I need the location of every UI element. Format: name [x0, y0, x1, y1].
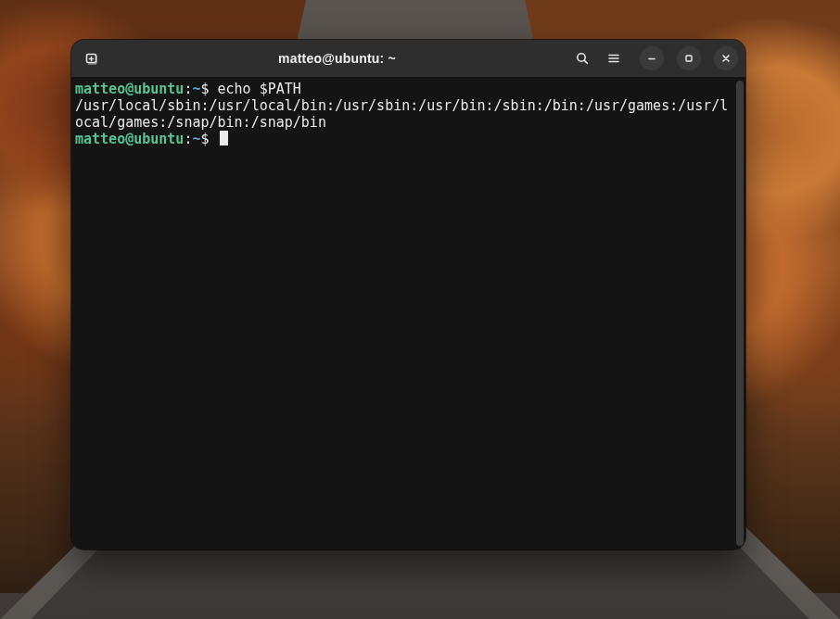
- terminal-line: matteo@ubuntu:~$ echo $PATH: [75, 81, 734, 97]
- cursor: [220, 131, 228, 145]
- scrollbar-track[interactable]: [736, 81, 744, 546]
- prompt-user-host: matteo@ubuntu: [75, 131, 184, 147]
- search-button[interactable]: [569, 45, 595, 71]
- prompt-user-host: matteo@ubuntu: [75, 81, 184, 97]
- terminal-command: echo $PATH: [218, 81, 301, 97]
- prompt-symbol: $: [200, 131, 217, 147]
- hamburger-menu-icon: [606, 51, 621, 66]
- menu-button[interactable]: [601, 45, 627, 71]
- terminal-scroll[interactable]: matteo@ubuntu:~$ echo $PATH/usr/local/sb…: [75, 81, 740, 544]
- terminal-line: /usr/local/sbin:/usr/local/bin:/usr/sbin…: [75, 97, 734, 131]
- terminal-output: /usr/local/sbin:/usr/local/bin:/usr/sbin…: [75, 97, 728, 131]
- close-button[interactable]: [714, 46, 738, 70]
- scrollbar-thumb[interactable]: [736, 81, 744, 546]
- search-icon: [575, 51, 590, 66]
- window-title: matteo@ubuntu: ~: [110, 51, 564, 66]
- maximize-icon: [683, 53, 694, 64]
- maximize-button[interactable]: [677, 46, 701, 70]
- prompt-symbol: $: [200, 81, 217, 97]
- terminal-content[interactable]: matteo@ubuntu:~$ echo $PATH/usr/local/sb…: [75, 81, 734, 147]
- minimize-icon: [646, 53, 657, 64]
- terminal-body[interactable]: matteo@ubuntu:~$ echo $PATH/usr/local/sb…: [71, 77, 745, 550]
- terminal-line: matteo@ubuntu:~$: [75, 131, 734, 147]
- new-tab-button[interactable]: [79, 45, 105, 71]
- titlebar[interactable]: matteo@ubuntu: ~: [71, 40, 745, 77]
- svg-rect-2: [686, 56, 692, 61]
- close-icon: [720, 53, 732, 64]
- desktop-wallpaper: matteo@ubuntu: ~: [0, 0, 840, 619]
- new-tab-icon: [84, 51, 99, 66]
- minimize-button[interactable]: [640, 46, 664, 70]
- terminal-window: matteo@ubuntu: ~: [71, 40, 745, 550]
